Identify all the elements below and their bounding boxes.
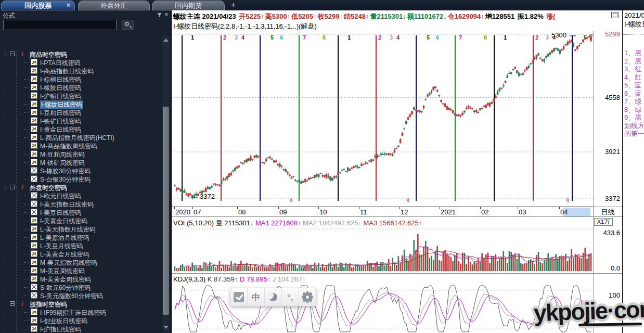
cycle-label: 4 [396,34,400,41]
formula-chart-icon [31,234,37,240]
header-segment: 振1.82% [518,12,545,20]
chart-annotation: 3372 [200,193,215,200]
ime-punctuation-button[interactable]: °, [282,288,299,306]
date-tick [559,207,560,209]
sidebar-item-M-美豆周线密码[interactable]: M-美豆周线密码 [0,266,162,275]
watermark: ykpojie·com [533,296,644,327]
sidebar-group-股指时空密码[interactable]: i股指时空密码 [0,300,162,308]
sidebar-item-I-沪铜日线密码[interactable]: I-沪铜日线密码 [0,92,162,100]
candlestick-chart[interactable] [172,10,622,333]
formula-chart-icon [31,275,37,282]
ime-language-button[interactable]: 中 [248,288,265,306]
sidebar-item-S-美元指数60分钟密码[interactable]: S-美元指数60分钟密码 [0,291,162,300]
formula-chart-icon [31,92,37,99]
sidebar-item-M-铁矿周线密码[interactable]: M-铁矿周线密码 [0,158,162,166]
cycle-label: 4 [241,34,244,41]
tab-close-icon[interactable]: × [67,2,70,9]
sidebar-item-I-IF99期指主连日线密码[interactable]: I-IF99期指主连日线密码 [0,308,162,316]
cycle-label: 6 [436,34,439,41]
date-tick-label: 10 [319,208,327,216]
sidebar-item-I-美黄金日线密码[interactable]: I-美黄金日线密码 [0,216,162,225]
sidebar-item-L-美元指数月线密码[interactable]: L-美元指数月线密码 [0,225,162,233]
sidebar-item-I-铁矿日线密码[interactable]: I-铁矿日线密码 [0,117,162,125]
sidebar-item-I-棕榈日线密码[interactable]: I-棕榈日线密码 [0,75,162,83]
period-label[interactable]: 日线 [593,207,622,217]
formula-search-input[interactable] [3,20,117,30]
collapse-minus-icon[interactable] [10,301,15,306]
formula-chart-icon [31,59,37,66]
header-segment: MA1 2271608↑ [255,219,303,227]
sidebar-item-S-白银30分钟密码[interactable]: S-白银30分钟密码 [0,175,162,183]
tab-domestic-stocks[interactable]: 国内股票 × [1,1,75,10]
header-segment: 结5248↑ [344,12,369,20]
formula-chart-icon [31,159,37,165]
sidebar-item-S-欧元60分钟密码[interactable]: S-欧元60分钟密码 [0,283,162,291]
tab-foreign-forex[interactable]: 外盘外汇 [78,1,150,10]
sidebar-item-I-豆粕日线密码[interactable]: I-豆粕日线密码 [0,108,162,117]
tab-label: 外盘外汇 [100,1,127,10]
volume-axis-min: 0.0 [594,264,620,272]
date-axis[interactable]: 20200708091011122021020304 [172,207,593,217]
ime-settings-button[interactable] [299,288,316,306]
date-tick [237,207,238,209]
collapse-minus-icon[interactable] [10,185,15,189]
sidebar-item-L-美原油月线密码[interactable]: L-美原油月线密码 [0,233,162,241]
sidebar-item-I-沪指日线密码[interactable]: I-沪指日线密码 [0,325,162,333]
formula-chart-icon [31,117,37,124]
sidebar-item-I-螺纹日线密码[interactable]: I-螺纹日线密码 [0,100,162,108]
ime-width-button[interactable] [265,288,282,306]
add-tab-button[interactable]: + [231,0,236,9]
scrollbar-thumb[interactable] [163,107,169,315]
keyboard-check-icon [234,292,244,302]
scroll-up-icon[interactable] [163,39,169,42]
sidebar-item-M-美元指数周线密码[interactable]: M-美元指数周线密码 [0,258,162,266]
formula-chart-icon [31,242,37,249]
sidebar-item-M-豆粕周线密码[interactable]: M-豆粕周线密码 [0,150,162,158]
sidebar-item-L-美豆月线密码[interactable]: L-美豆月线密码 [0,241,162,250]
formula-chart-icon [31,134,37,140]
ime-keyboard-button[interactable] [230,288,248,306]
scroll-down-icon[interactable] [163,326,169,329]
trading-app-window: 国内股票 × 外盘外汇 国内期货 + 公式 × i商品时空密码I-PTA日线密码… [0,0,644,333]
sidebar-group-商品时空密码[interactable]: i商品时空密码 [0,50,162,58]
kdj-header: KDJ(9,3,3) K 87.359↑ D 78.895↑ J 104.287… [173,275,305,283]
cycle-label: 2 [535,34,538,41]
cycle-label: 2 [223,34,226,41]
restore-window-icon[interactable] [611,12,619,18]
tab-domestic-futures[interactable]: 国内期货 [152,1,225,10]
header-segment: 额11101672↓ [407,12,447,20]
sidebar-item-I-美豆日线密码[interactable]: I-美豆日线密码 [0,208,162,216]
sidebar-scrollbar[interactable] [162,35,170,333]
panel-divider [623,34,644,35]
date-tick [400,207,400,209]
pin-icon[interactable] [158,13,162,17]
sidebar-item-I-欧元日线密码[interactable]: I-欧元日线密码 [0,191,162,200]
fullwidth-moon-icon [269,293,277,301]
sidebar-item-I-黄金日线密码[interactable]: I-黄金日线密码 [0,125,162,133]
search-button[interactable] [122,20,134,30]
sidebar-close-icon[interactable]: × [164,10,169,18]
cycle-label: 6 [280,34,283,41]
sidebar-item-L-商品指数月线密码(HCTI)[interactable]: L-商品指数月线密码(HCTI) [0,133,162,142]
collapse-minus-icon[interactable] [10,52,15,56]
date-tick-label: 12 [401,208,408,216]
cycle-label: 1 [191,34,194,41]
sidebar-item-M-商品指数周线密码[interactable]: M-商品指数周线密码 [0,142,162,150]
formula-group-icon: i [21,300,23,308]
sidebar-item-I-橡胶日线密码[interactable]: I-橡胶日线密码 [0,83,162,92]
formula-plain-icon [31,192,37,199]
sidebar-item-S-橡胶30分钟密码[interactable]: S-橡胶30分钟密码 [0,166,162,175]
sidebar-item-I-商品指数日线密码[interactable]: I-商品指数日线密码 [0,67,162,75]
volume-unit-label: X1万 [594,218,613,226]
sidebar-item-I-PTA日线密码[interactable]: I-PTA日线密码 [0,58,162,67]
sidebar-item-I-美元指数日线密码[interactable]: I-美元指数日线密码 [0,200,162,208]
sidebar-item-M-美黄金周线密码[interactable]: M-美黄金周线密码 [0,275,162,283]
sidebar-item-I-创业板日线密码[interactable]: I-创业板日线密码 [0,316,162,325]
date-tick-label: 04 [560,208,568,216]
formula-chart-icon [31,67,37,74]
sidebar-item-L-美黄金月线密码[interactable]: L-美黄金月线密码 [0,250,162,258]
header-segment: KDJ(9,3,3) [173,275,208,283]
chart-area[interactable]: 螺纹主连 2021/04/23 开5225↑高5300↑低5205↑收5299↑… [172,10,622,333]
sidebar-group-外盘时空密码[interactable]: i外盘时空密码 [0,183,162,191]
formula-plain-icon [31,167,37,174]
